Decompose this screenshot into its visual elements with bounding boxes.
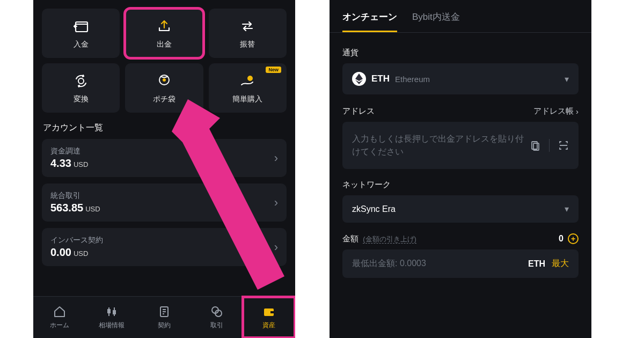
account-name: 統合取引 [50,191,100,201]
account-name: インバース契約 [50,236,103,245]
account-row-inverse[interactable]: インバース契約 0.00USD › [42,228,287,266]
chevron-down-icon: ▾ [565,74,569,84]
amount-value: 0 [559,234,564,244]
pochibukuro-label: ポチ袋 [153,94,175,104]
account-row-funding[interactable]: 資金調達 4.33USD › [42,139,287,177]
increase-icon[interactable]: + [568,233,579,244]
account-value: 563.85 [50,202,83,214]
account-list-title: アカウント一覧 [33,113,295,139]
account-unit: USD [74,160,88,168]
currency-symbol: ETH [371,74,390,84]
account-value: 4.33 [50,157,71,169]
convert-label: 変換 [74,94,89,104]
transfer-button[interactable]: 振替 [209,9,287,58]
coins-icon [210,305,223,319]
account-unit: USD [74,249,88,258]
address-input[interactable]: 入力もしくは長押しで出金アドレスを貼り付けてください [342,122,579,169]
withdraw-button[interactable]: 出金 [125,9,203,58]
withdraw-tabs: オンチェーン Bybit内送金 [330,0,591,33]
document-icon [158,305,171,319]
easybuy-label: 簡単購入 [232,94,262,104]
amount-input[interactable]: 最低出金額: 0.0003 ETH 最大 [342,249,579,278]
withdraw-screen: オンチェーン Bybit内送金 通貨 ETH Ethereum ▾ アドレス ア… [330,0,591,338]
withdraw-label: 出金 [157,40,172,49]
deposit-button[interactable]: 入金 [42,9,120,58]
account-value: 0.00 [50,246,71,258]
transfer-label: 振替 [240,40,255,49]
candles-icon [105,305,118,319]
nav-label: 資産 [262,321,275,330]
address-book-label: アドレス帳 [533,106,574,116]
svg-point-4 [248,76,252,80]
account-name: 資金調達 [50,146,88,156]
chevron-down-icon: ▾ [565,204,569,214]
network-label: ネットワーク [342,180,579,190]
nav-assets[interactable]: 資産 [243,297,295,338]
bottom-nav: ホーム 相場情報 契約 取引 資産 [33,296,295,338]
nav-trade[interactable]: 取引 [191,297,243,338]
nav-label: ホーム [50,321,69,330]
amount-label: 金額 [342,234,358,243]
new-badge: New [266,67,281,73]
amount-placeholder: 最低出金額: 0.0003 [352,258,426,269]
swap-horizontal-icon [239,17,255,35]
svg-rect-0 [76,22,87,32]
wallet-icon [262,305,275,319]
account-row-unified[interactable]: 統合取引 563.85USD › [42,183,287,222]
account-list: 資金調達 4.33USD › 統合取引 563.85USD › インバース契約 … [33,139,295,266]
home-icon [53,305,66,319]
convert-button[interactable]: 変換 [42,63,120,113]
gift-envelope-icon [157,72,172,90]
chevron-right-icon: › [576,107,579,116]
assets-screen: 入金 出金 振替 [33,0,295,338]
address-book-link[interactable]: アドレス帳 › [533,106,579,116]
address-label: アドレス [342,106,375,116]
convert-icon [74,72,89,90]
nav-markets[interactable]: 相場情報 [86,297,138,338]
chevron-right-icon: › [274,151,278,165]
address-placeholder: 入力もしくは長押しで出金アドレスを貼り付けてください [352,133,530,158]
svg-rect-9 [270,311,274,313]
nav-home[interactable]: ホーム [33,297,86,338]
svg-point-3 [163,78,166,82]
network-select[interactable]: zkSync Era ▾ [342,195,579,223]
chevron-right-icon: › [274,196,278,210]
wallet-in-icon [73,17,89,35]
withdraw-form: 通貨 ETH Ethereum ▾ アドレス アドレス帳 › 入力もしくは長押し… [330,33,591,278]
tab-internal[interactable]: Bybit内送金 [412,11,460,32]
hand-coin-icon [239,72,255,90]
nav-label: 相場情報 [99,321,125,330]
divider [549,139,550,152]
currency-name: Ethereum [395,75,430,84]
pochibukuro-button[interactable]: ポチ袋 [125,63,203,113]
chevron-right-icon: › [274,240,278,254]
amount-sub[interactable]: (金額の引き上げ) [363,235,416,244]
deposit-label: 入金 [74,40,89,49]
svg-point-1 [78,78,84,84]
currency-select[interactable]: ETH Ethereum ▾ [342,63,579,94]
easybuy-button[interactable]: New 簡単購入 [209,63,287,113]
tab-onchain[interactable]: オンチェーン [342,11,397,32]
action-grid: 入金 出金 振替 [33,0,295,113]
ethereum-icon [352,72,366,86]
nav-contracts[interactable]: 契約 [138,297,191,338]
qr-scan-icon[interactable] [558,140,569,151]
paste-icon[interactable] [530,140,540,151]
network-value: zkSync Era [352,204,396,214]
currency-label: 通貨 [342,48,579,58]
upload-icon [156,17,172,35]
nav-label: 取引 [210,321,223,330]
amount-max-button[interactable]: 最大 [552,258,569,269]
amount-coin: ETH [528,259,545,269]
account-unit: USD [85,205,100,213]
nav-label: 契約 [158,321,171,330]
